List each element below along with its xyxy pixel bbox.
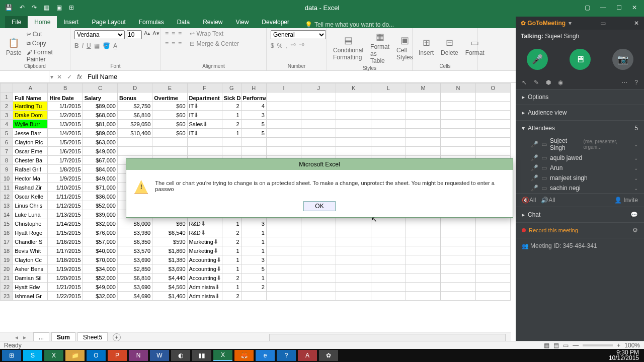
cell[interactable]: 1 [241, 246, 266, 255]
cell[interactable] [371, 102, 406, 111]
cell[interactable]: 1 [222, 264, 241, 274]
cell[interactable]: IT⬇ [187, 111, 222, 120]
cell[interactable] [475, 228, 510, 237]
column-header[interactable]: F [187, 83, 222, 93]
cell[interactable]: 1/8/2015 [48, 165, 83, 174]
font-size-input[interactable] [127, 30, 142, 39]
cell[interactable] [441, 237, 475, 246]
cell[interactable] [152, 147, 187, 156]
cell[interactable]: 3 [241, 255, 266, 264]
cell[interactable]: Damian Sil [13, 274, 48, 283]
cell[interactable]: $3,930 [117, 228, 152, 237]
settings-icon[interactable]: ⚙ [632, 227, 638, 234]
cell[interactable] [441, 246, 475, 255]
cell[interactable] [406, 120, 441, 129]
cell[interactable]: 1/12/2015 [48, 201, 83, 210]
cell[interactable]: Chandler S [13, 237, 48, 246]
zoom-level[interactable]: 100% [624, 342, 640, 349]
redo-icon[interactable]: ↷ [32, 4, 37, 11]
column-header[interactable]: E [152, 83, 187, 93]
cell[interactable]: $60 [152, 102, 187, 111]
cell[interactable]: 1/2/2015 [48, 111, 83, 120]
cell[interactable]: 2 [222, 274, 241, 283]
cell[interactable]: Drake Dom [13, 111, 48, 120]
taskbar-app-icon[interactable]: ▮▮ [192, 350, 211, 361]
increase-decimal-icon[interactable]: ⁺⁰ [290, 42, 296, 49]
row-header[interactable]: 17 [1, 237, 13, 246]
cell[interactable]: $36,000 [83, 192, 117, 201]
cell[interactable] [475, 219, 510, 228]
cell[interactable]: 1/1/2015 [48, 102, 83, 111]
cell[interactable]: 1/20/2015 [48, 274, 83, 283]
cell[interactable]: 1/19/2015 [48, 264, 83, 274]
cell[interactable]: Clayton Ric [13, 138, 48, 147]
conditional-formatting-button[interactable]: ▤Conditional Formatting [331, 34, 365, 62]
cell[interactable] [371, 264, 406, 274]
cell[interactable]: $10,400 [117, 129, 152, 138]
cell[interactable] [475, 147, 510, 156]
tab-insert[interactable]: Insert [57, 16, 85, 28]
unmute-all-button[interactable]: 🔊All [541, 197, 555, 204]
cell[interactable]: $6,000 [117, 219, 152, 228]
cell[interactable]: $6,810 [117, 274, 152, 283]
cell[interactable]: IT⬇ [187, 129, 222, 138]
cell[interactable] [371, 228, 406, 237]
format-painter-button[interactable]: 🖌 Format Painter [27, 49, 66, 63]
taskbar-firefox-icon[interactable]: 🦊 [234, 350, 254, 361]
cell[interactable]: $6,810 [117, 111, 152, 120]
cut-button[interactable]: ✂ Cut [27, 31, 66, 38]
cell[interactable] [241, 292, 266, 301]
cell[interactable]: Christophe [13, 219, 48, 228]
mic-button[interactable]: 🎤 [527, 49, 548, 70]
cell[interactable]: 1 [241, 237, 266, 246]
cell[interactable]: 1/16/2015 [48, 237, 83, 246]
cell[interactable] [475, 129, 510, 138]
cell[interactable] [441, 129, 475, 138]
cell[interactable]: Bonus [117, 93, 152, 102]
name-box[interactable] [0, 71, 49, 82]
column-header[interactable]: N [441, 83, 475, 93]
cell[interactable] [441, 292, 475, 301]
cell[interactable] [336, 120, 371, 129]
taskbar-excel-active-icon[interactable]: X [213, 350, 232, 361]
column-header[interactable]: C [83, 83, 117, 93]
cell[interactable] [187, 138, 222, 147]
cell[interactable]: 2 [222, 292, 241, 301]
cell[interactable]: 5 [241, 264, 266, 274]
attendee-row[interactable]: 🎤▭Sujeet Singh(me, presenter, organi...⌄ [516, 136, 644, 153]
decrease-decimal-icon[interactable]: ⁻⁰ [299, 42, 304, 49]
row-header[interactable]: 7 [1, 147, 13, 156]
cell[interactable] [371, 292, 406, 301]
cell[interactable]: 2 [241, 283, 266, 292]
cell[interactable] [266, 111, 301, 120]
row-header[interactable]: 23 [1, 292, 13, 301]
cell[interactable]: $49,000 [83, 147, 117, 156]
sheet-nav-next-icon[interactable]: ▸ [23, 334, 26, 341]
tell-me-search[interactable]: 💡 Tell me what you want to do... [305, 21, 394, 28]
cell[interactable] [406, 274, 441, 283]
cell[interactable]: 5 [241, 120, 266, 129]
cell[interactable] [371, 283, 406, 292]
align-bottom-icon[interactable]: ≡ [178, 30, 182, 37]
cell[interactable] [475, 138, 510, 147]
cell[interactable]: $3,690 [152, 264, 187, 274]
tab-data[interactable]: Data [171, 16, 196, 28]
cell[interactable] [441, 283, 475, 292]
delete-cells-button[interactable]: ⊟Delete [439, 36, 460, 57]
sheet-nav-prev-icon[interactable]: ◂ [15, 334, 18, 341]
cell[interactable]: $39,000 [83, 210, 117, 219]
cell[interactable] [475, 283, 510, 292]
cell[interactable] [117, 138, 152, 147]
cell[interactable]: 1/3/2015 [48, 120, 83, 129]
cell[interactable] [406, 264, 441, 274]
add-sheet-button[interactable]: + [113, 333, 121, 341]
cell[interactable] [371, 129, 406, 138]
cell[interactable] [441, 274, 475, 283]
cell[interactable]: Accounting⬇ [187, 255, 222, 264]
cell[interactable]: $32,000 [83, 292, 117, 301]
cell[interactable] [336, 102, 371, 111]
cell[interactable] [301, 292, 336, 301]
close-icon[interactable]: ✕ [632, 4, 637, 11]
cell[interactable]: $71,000 [83, 183, 117, 192]
cell[interactable] [441, 138, 475, 147]
